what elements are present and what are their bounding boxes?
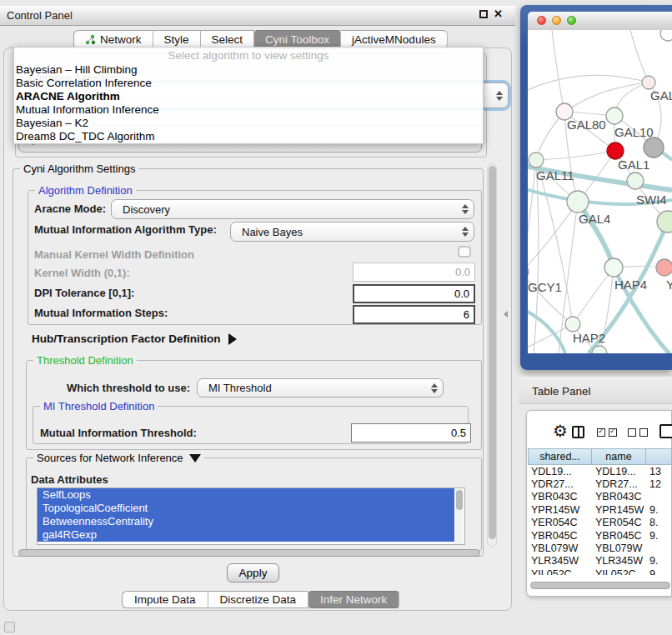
list-vertical-scrollbar[interactable]	[455, 489, 464, 544]
dropdown-prompt: Select algorithm to view settings	[14, 48, 483, 63]
tab-infer-network[interactable]: Infer Network	[308, 591, 399, 608]
column-view-icon[interactable]	[572, 426, 584, 438]
network-edge[interactable]	[536, 160, 573, 324]
table-horizontal-scrollbar[interactable]	[530, 582, 670, 589]
cyni-bottom-tabs: Impute DataDiscretize DataInfer Network	[122, 591, 399, 608]
sources-group-title[interactable]: Sources for Network Inference	[33, 452, 204, 464]
sash-collapse-icon[interactable]	[504, 311, 508, 318]
table-row[interactable]: YPR145WYPR145W9.	[528, 503, 672, 516]
mi-threshold-field[interactable]: 0.5	[351, 423, 471, 442]
mi-algorithm-type-combobox[interactable]: Naive Bayes	[230, 222, 474, 242]
attribute-item[interactable]: SelfLoops	[38, 488, 454, 502]
aracne-mode-combobox[interactable]: Discovery	[111, 199, 474, 219]
table-cell: YBL079W	[592, 542, 646, 554]
column-header[interactable]	[646, 448, 672, 465]
network-node[interactable]	[528, 265, 529, 278]
combo-arrows-icon	[426, 383, 443, 393]
network-window-titlebar	[528, 12, 672, 30]
network-node[interactable]	[627, 172, 644, 189]
table-cell: YPR145W	[528, 504, 592, 516]
network-node[interactable]	[607, 142, 624, 159]
table-row[interactable]: YDR27...YDR27...12	[528, 478, 672, 490]
manual-kernel-checkbox[interactable]	[458, 246, 471, 258]
network-node[interactable]	[565, 317, 580, 332]
attribute-item[interactable]: BetweennessCentrality	[38, 515, 454, 528]
network-node[interactable]	[529, 152, 544, 168]
data-attributes-list[interactable]: SelfLoopsTopologicalCoefficientBetweenne…	[37, 488, 465, 545]
table-cell: YDR27...	[528, 478, 592, 490]
network-edge[interactable]	[528, 75, 649, 90]
table-function-icon[interactable]	[659, 424, 672, 438]
attribute-item[interactable]: gal4RGexp	[38, 528, 454, 542]
close-icon[interactable]: ✕	[494, 8, 503, 20]
combo-arrows-icon	[457, 227, 474, 237]
node-label: GAL4	[579, 212, 610, 226]
tab-impute-data[interactable]: Impute Data	[122, 591, 208, 608]
dropdown-item[interactable]: Mutual Information Inference	[14, 103, 483, 117]
float-window-icon[interactable]	[479, 10, 488, 18]
table-cell: YER054C	[592, 517, 646, 528]
network-edge[interactable]	[528, 160, 536, 272]
zoom-traffic-light[interactable]	[567, 16, 576, 25]
cyni-algorithm-settings-title: Cyni Algorithm Settings	[20, 162, 138, 175]
which-threshold-label: Which threshold to use:	[67, 382, 190, 394]
which-threshold-combobox[interactable]: MI Threshold	[197, 378, 444, 398]
network-node[interactable]	[644, 138, 664, 158]
table-row[interactable]: YIL052CYIL052C9.	[528, 568, 672, 575]
hub-definition-toggle[interactable]: Hub/Transcription Factor Definition	[32, 332, 237, 345]
network-node[interactable]	[642, 76, 655, 89]
column-header[interactable]: name	[592, 448, 646, 465]
node-label: Y	[666, 278, 672, 292]
kernel-width-label: Kernel Width (0,1):	[34, 267, 130, 279]
table-cell: YDR27...	[592, 478, 646, 490]
table-row[interactable]: YER054CYER054C8.	[528, 517, 672, 529]
network-edge[interactable]	[630, 30, 649, 82]
table-cell: YBR045C	[592, 530, 646, 542]
close-traffic-light[interactable]	[537, 16, 546, 25]
node-label: HAP2	[573, 331, 605, 345]
network-node[interactable]	[606, 108, 623, 124]
table-row[interactable]: YDL19...YDL19...13	[528, 465, 672, 478]
attribute-item[interactable]: TopologicalCoefficient	[38, 502, 454, 515]
threshold-definition-title: Threshold Definition	[33, 354, 137, 367]
dpi-tolerance-field[interactable]: 0.0	[353, 284, 475, 303]
dropdown-item[interactable]: Basic Correlation Inference	[14, 77, 483, 90]
apply-button[interactable]: Apply	[227, 563, 279, 582]
panel-scrollbar-thumb[interactable]	[489, 166, 496, 539]
tab-discretize-data[interactable]: Discretize Data	[208, 591, 309, 608]
dropdown-item[interactable]: Bayesian – Hill Climbing	[14, 63, 483, 77]
network-node[interactable]	[657, 211, 672, 232]
table-cell: 12	[646, 478, 672, 490]
network-node[interactable]	[567, 191, 589, 212]
node-label: GAL10	[614, 125, 654, 139]
table-row[interactable]: YBR043CYBR043C	[528, 491, 672, 503]
table-cell: YBR045C	[528, 530, 592, 542]
combo-arrows-icon	[491, 91, 508, 101]
gear-icon[interactable]: ⚙	[553, 421, 568, 441]
network-canvas[interactable]: GAL2GAL80GAL10GAL1GAL11SWI4GAL4HAP4YGCY1…	[528, 30, 672, 353]
list-horizontal-scrollbar[interactable]	[18, 549, 480, 557]
deselect-all-icon[interactable]	[628, 428, 648, 437]
network-edge[interactable]	[536, 151, 615, 160]
network-node[interactable]	[656, 259, 672, 276]
node-label: GAL11	[536, 168, 574, 182]
kernel-width-field[interactable]: 0.0	[353, 262, 475, 282]
network-node[interactable]	[604, 258, 623, 277]
table-row[interactable]: YBL079WYBL079W	[528, 542, 672, 554]
table-cell: YLR345W	[592, 555, 646, 567]
dropdown-item[interactable]: Dream8 DC_TDC Algorithm	[14, 130, 483, 143]
select-all-icon[interactable]	[597, 428, 617, 437]
network-node[interactable]	[660, 30, 672, 41]
network-edge[interactable]	[552, 30, 564, 112]
minimize-traffic-light[interactable]	[552, 16, 561, 25]
network-edge[interactable]	[564, 82, 649, 112]
mi-steps-field[interactable]: 6	[353, 305, 475, 324]
table-cell: 13	[646, 466, 672, 478]
column-header[interactable]: shared...	[528, 448, 592, 465]
table-row[interactable]: YBR045CYBR045C9.	[528, 529, 672, 542]
aracne-mode-label: Aracne Mode:	[34, 202, 106, 215]
table-cell: YDL19...	[592, 466, 646, 478]
dropdown-item[interactable]: ARACNE Algorithm	[14, 90, 483, 103]
table-row[interactable]: YLR345WYLR345W9.	[528, 555, 672, 568]
dropdown-item[interactable]: Bayesian – K2	[14, 117, 483, 130]
